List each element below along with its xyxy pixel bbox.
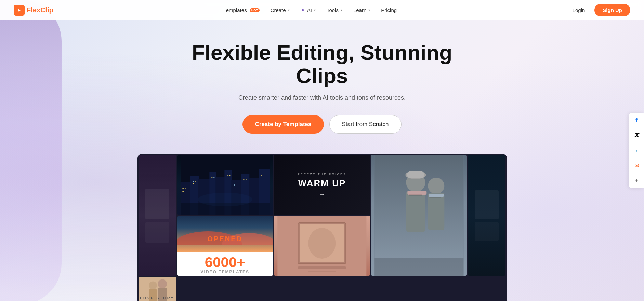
preview-cell-people xyxy=(371,155,467,276)
preview-cell-right-edge xyxy=(468,155,505,276)
start-from-scratch-button[interactable]: Start from Scratch xyxy=(329,115,402,134)
template-count-overlay: 6000+ VIDEO TEMPLATES xyxy=(177,252,273,276)
svg-rect-32 xyxy=(428,193,444,230)
portrait-graphic xyxy=(274,216,370,276)
svg-rect-37 xyxy=(409,194,422,196)
preview-wrapper: FREEZE THE PRICES WARM UP → xyxy=(137,154,507,301)
warmup-title: WARM UP xyxy=(298,178,346,189)
hero-content: Flexible Editing, Stunning Clips Create … xyxy=(168,41,476,154)
preview-cell-sunset: OPENED 6000+ VIDEO TEMPLATES xyxy=(177,216,273,276)
nav-ai[interactable]: ✦ AI ▾ xyxy=(297,4,320,16)
svg-rect-17 xyxy=(211,177,212,178)
count-label: VIDEO TEMPLATES xyxy=(181,270,269,274)
svg-rect-36 xyxy=(429,194,444,197)
svg-rect-30 xyxy=(406,191,425,232)
logo[interactable]: F FlexClip xyxy=(14,5,53,16)
social-sidebar: f 𝕏 in ✉ + xyxy=(629,113,644,188)
twitter-share-button[interactable]: 𝕏 xyxy=(629,128,644,143)
nav-tools[interactable]: Tools ▾ xyxy=(323,4,346,16)
svg-point-26 xyxy=(198,193,252,206)
tools-chevron-icon: ▾ xyxy=(341,8,342,12)
preview-cell-warmup: FREEZE THE PRICES WARM UP → xyxy=(274,155,370,215)
nav-right: Login Sign Up xyxy=(567,4,630,16)
svg-rect-34 xyxy=(407,171,424,178)
preview-cell-couple: LOVE STORY xyxy=(139,277,176,301)
facebook-share-button[interactable]: f xyxy=(629,113,644,128)
nav-templates[interactable]: Templates HOT xyxy=(219,4,263,16)
nav-center: Templates HOT Create ▾ ✦ AI ▾ Tools ▾ Le… xyxy=(219,4,401,16)
svg-rect-15 xyxy=(195,181,196,182)
svg-rect-19 xyxy=(227,175,228,176)
svg-rect-11 xyxy=(182,188,184,189)
hero-subtitle: Create smarter and faster with AI tools … xyxy=(175,94,469,101)
warmup-arrow-icon: → xyxy=(298,191,346,197)
svg-rect-35 xyxy=(407,191,426,195)
svg-rect-18 xyxy=(213,177,214,178)
love-story-label: LOVE STORY xyxy=(140,296,174,300)
left-blob-decoration xyxy=(0,0,62,301)
create-chevron-icon: ▾ xyxy=(288,8,290,12)
nav-pricing[interactable]: Pricing xyxy=(377,4,401,16)
svg-point-45 xyxy=(308,228,336,259)
opened-label: OPENED xyxy=(208,235,242,243)
svg-rect-16 xyxy=(193,183,194,184)
preview-cell-city xyxy=(177,155,273,215)
svg-rect-47 xyxy=(308,271,336,272)
nav-create[interactable]: Create ▾ xyxy=(266,4,294,16)
signup-button[interactable]: Sign Up xyxy=(594,4,630,16)
svg-rect-13 xyxy=(182,191,184,192)
plus-icon: + xyxy=(634,177,639,184)
svg-rect-39 xyxy=(374,258,463,276)
svg-rect-24 xyxy=(261,175,262,176)
preview-cell-portrait xyxy=(274,216,370,276)
navbar: F FlexClip Templates HOT Create ▾ ✦ AI ▾… xyxy=(0,0,644,20)
hot-badge: HOT xyxy=(250,8,260,12)
svg-point-31 xyxy=(428,178,444,194)
svg-rect-14 xyxy=(193,181,194,182)
email-icon: ✉ xyxy=(634,162,639,169)
svg-rect-23 xyxy=(246,179,247,180)
linkedin-share-button[interactable]: in xyxy=(629,143,644,158)
warmup-sublabel: FREEZE THE PRICES xyxy=(298,173,346,176)
hero-buttons: Create by Templates Start from Scratch xyxy=(175,115,469,134)
logo-text: FlexClip xyxy=(27,6,53,14)
preview-cell-left-edge xyxy=(139,155,176,276)
hero-title: Flexible Editing, Stunning Clips xyxy=(175,41,469,87)
facebook-icon: f xyxy=(635,117,638,124)
svg-rect-38 xyxy=(429,197,441,198)
email-share-button[interactable]: ✉ xyxy=(629,158,644,173)
nav-learn[interactable]: Learn ▾ xyxy=(349,4,374,16)
logo-icon: F xyxy=(14,5,25,16)
ai-chevron-icon: ▾ xyxy=(314,8,316,12)
more-share-button[interactable]: + xyxy=(629,173,644,188)
people-graphic xyxy=(371,155,467,276)
svg-rect-21 xyxy=(234,184,235,186)
create-by-templates-button[interactable]: Create by Templates xyxy=(242,115,324,134)
svg-rect-12 xyxy=(185,188,186,189)
count-number: 6000+ xyxy=(181,255,269,270)
city-graphic xyxy=(177,155,273,215)
linkedin-icon: in xyxy=(634,148,639,153)
learn-chevron-icon: ▾ xyxy=(368,8,370,12)
login-button[interactable]: Login xyxy=(567,4,591,16)
svg-rect-46 xyxy=(298,266,346,269)
svg-rect-22 xyxy=(243,179,244,180)
ai-sparkle-icon: ✦ xyxy=(301,7,305,13)
svg-rect-20 xyxy=(229,175,230,176)
hero-section: Flexible Editing, Stunning Clips Create … xyxy=(0,0,644,301)
preview-grid: FREEZE THE PRICES WARM UP → xyxy=(137,154,507,301)
twitter-x-icon: 𝕏 xyxy=(634,132,639,138)
warmup-content: FREEZE THE PRICES WARM UP → xyxy=(298,173,346,197)
